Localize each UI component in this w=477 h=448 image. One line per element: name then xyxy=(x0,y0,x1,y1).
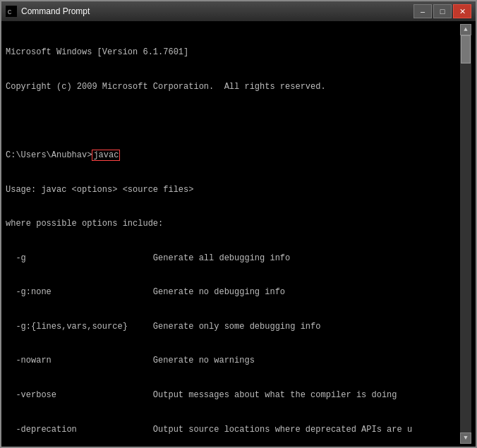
line-11: -verbose Output messages about what the … xyxy=(6,389,460,401)
terminal-area[interactable]: Microsoft Windows [Version 6.1.7601] Cop… xyxy=(1,21,476,447)
line-10: -nowarn Generate no warnings xyxy=(6,355,460,366)
scrollbar-thumb[interactable] xyxy=(461,35,471,63)
close-button[interactable]: ✕ xyxy=(453,4,471,18)
line-6: where possible options include: xyxy=(6,218,460,229)
minimize-button[interactable]: – xyxy=(413,4,432,18)
window-controls: – □ ✕ xyxy=(413,4,471,18)
cmd-window: C Command Prompt – □ ✕ Microsoft Windows… xyxy=(0,0,477,448)
line-9: -g:{lines,vars,source} Generate only som… xyxy=(6,321,460,332)
title-bar: C Command Prompt – □ ✕ xyxy=(1,1,476,21)
line-1: Microsoft Windows [Version 6.1.7601] xyxy=(6,47,460,58)
line-7: -g Generate all debugging info xyxy=(6,253,460,264)
scrollbar[interactable]: ▲ ▼ xyxy=(460,24,471,444)
scrollbar-track[interactable] xyxy=(460,35,471,432)
line-5: Usage: javac <options> <source files> xyxy=(6,184,460,195)
line-8: -g:none Generate no debugging info xyxy=(6,286,460,298)
terminal-content: Microsoft Windows [Version 6.1.7601] Cop… xyxy=(6,24,460,444)
line-2: Copyright (c) 2009 Microsoft Corporation… xyxy=(6,81,460,92)
svg-text:C: C xyxy=(8,8,12,16)
title-bar-left: C Command Prompt xyxy=(6,6,90,17)
window-title: Command Prompt xyxy=(21,6,90,16)
scroll-up-button[interactable]: ▲ xyxy=(460,24,471,35)
cmd-icon: C xyxy=(6,6,17,17)
maximize-button[interactable]: □ xyxy=(433,4,452,18)
line-3 xyxy=(6,116,460,127)
line-4: C:\Users\Anubhav>javac xyxy=(6,150,460,161)
scroll-down-button[interactable]: ▼ xyxy=(460,432,471,444)
line-12: -deprecation Output source locations whe… xyxy=(6,424,460,435)
